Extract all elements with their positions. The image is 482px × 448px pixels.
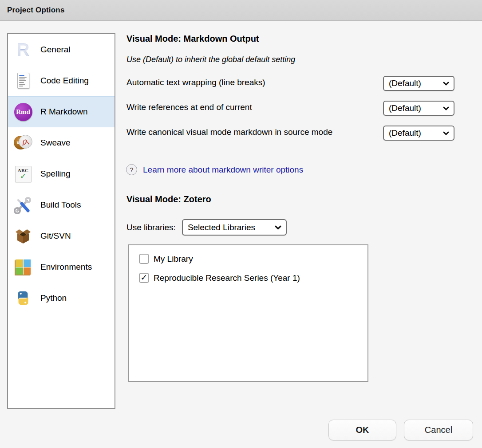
select-value: (Default) (389, 79, 421, 88)
cancel-button[interactable]: Cancel (404, 420, 473, 440)
sidebar-item-label: General (40, 45, 71, 55)
select-value: (Default) (389, 128, 421, 138)
sidebar-item-label: R Markdown (40, 107, 88, 117)
sidebar-item-environments[interactable]: Environments (8, 252, 115, 283)
zotero-libraries-list: ✓ My Library ✓ Reproducible Research Ser… (128, 244, 368, 382)
use-libraries-select[interactable]: Selected Libraries (182, 219, 287, 236)
help-icon[interactable]: ? (126, 164, 137, 175)
sidebar-item-git-svn[interactable]: Git/SVN (8, 220, 115, 252)
sidebar-item-label: Sweave (40, 138, 71, 148)
git-svn-icon (14, 227, 32, 245)
sidebar-item-label: Git/SVN (40, 231, 71, 241)
sidebar-item-code-editing[interactable]: Code Editing (8, 65, 115, 96)
ok-button[interactable]: OK (328, 420, 396, 440)
sidebar-item-sweave[interactable]: Rnw Sweave (8, 127, 115, 158)
chevron-down-icon (443, 106, 449, 110)
code-editing-icon (14, 71, 32, 90)
sidebar: R General Code Editing Rmd R Markdown Rn… (7, 33, 115, 409)
titlebar: Project Options (0, 0, 482, 21)
project-options-dialog: Project Options R General Code Editing R… (0, 0, 482, 448)
window-title: Project Options (7, 6, 65, 15)
sidebar-item-build-tools[interactable]: Build Tools (8, 189, 115, 220)
sidebar-item-label: Build Tools (40, 200, 81, 210)
check-icon: ✓ (141, 273, 148, 282)
chevron-down-icon (275, 225, 281, 230)
sidebar-item-python[interactable]: Python (8, 283, 115, 314)
sidebar-item-r-markdown[interactable]: Rmd R Markdown (8, 96, 115, 127)
r-logo-icon: R (14, 40, 32, 59)
select-value: (Default) (389, 103, 421, 113)
build-tools-icon (14, 196, 32, 214)
rmarkdown-icon: Rmd (14, 102, 32, 121)
chevron-down-icon (443, 131, 449, 135)
use-libraries-label: Use libraries: (126, 223, 176, 232)
reproducible-research-checkbox[interactable]: ✓ (139, 273, 149, 283)
spelling-icon: ABC ✓ (14, 165, 32, 183)
references-label: Write references at end of current (126, 101, 252, 114)
sidebar-item-label: Spelling (40, 169, 71, 179)
python-icon (14, 289, 32, 307)
zotero-heading: Visual Mode: Zotero (126, 194, 211, 204)
pdf-icon (19, 135, 32, 149)
library-label: Reproducible Research Series (Year 1) (154, 273, 300, 283)
sidebar-item-label: Code Editing (40, 76, 89, 86)
my-library-checkbox[interactable]: ✓ (139, 254, 149, 264)
references-select[interactable]: (Default) (383, 101, 454, 116)
chevron-down-icon (443, 82, 449, 86)
markdown-output-heading: Visual Mode: Markdown Output (126, 34, 259, 44)
environments-icon (14, 258, 32, 276)
library-row-reproducible-research[interactable]: ✓ Reproducible Research Series (Year 1) (139, 273, 300, 283)
sidebar-item-label: Python (40, 293, 67, 303)
canonical-markdown-select[interactable]: (Default) (383, 126, 454, 141)
sidebar-item-label: Environments (40, 262, 92, 272)
library-row-my-library[interactable]: ✓ My Library (139, 254, 193, 264)
canonical-markdown-label: Write canonical visual mode markdown in … (126, 126, 348, 138)
sidebar-item-spelling[interactable]: ABC ✓ Spelling (8, 158, 115, 189)
library-label: My Library (154, 254, 193, 264)
sweave-icon: Rnw (14, 134, 32, 152)
sidebar-item-general[interactable]: R General (8, 34, 115, 65)
text-wrapping-select[interactable]: (Default) (383, 76, 454, 91)
select-value: Selected Libraries (188, 223, 255, 232)
text-wrapping-label: Automatic text wrapping (line breaks) (126, 76, 265, 89)
markdown-writer-options-link[interactable]: Learn more about markdown writer options (143, 165, 303, 175)
default-inherit-note: Use (Default) to inherit the global defa… (126, 55, 295, 64)
